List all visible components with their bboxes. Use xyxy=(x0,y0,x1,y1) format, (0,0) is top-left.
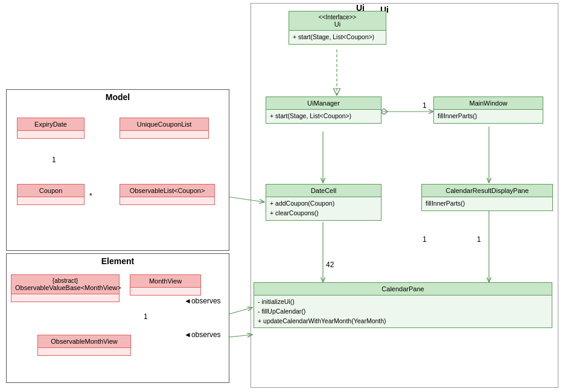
element-package-label: Element xyxy=(7,254,229,268)
class-name: ObservableList<Coupon> xyxy=(124,187,211,194)
abstract-label: {abstract} xyxy=(15,277,115,284)
class-calendarresult: CalendarResultDisplayPane fillInnerParts… xyxy=(421,184,553,211)
label-observes2: ◄observes xyxy=(184,330,221,339)
class-name: ExpiryDate xyxy=(21,121,80,128)
label-1-calendar: 1 xyxy=(477,235,481,244)
class-name: UiManager xyxy=(270,100,377,107)
class-name: ObservableValueBase<MonthView> xyxy=(15,284,115,291)
method-start: + start(Stage, List<Coupon>) xyxy=(293,33,382,42)
method-update: + updateCalendarWithYearMonth(YearMonth) xyxy=(258,317,548,326)
label-observes1: ◄observes xyxy=(184,297,221,305)
method-clearcoupons: + clearCoupons() xyxy=(270,209,377,218)
label-star: * xyxy=(89,192,92,200)
method-fillinner: fillInnerParts() xyxy=(426,199,549,209)
method-fillinner: fillInnerParts() xyxy=(438,112,539,121)
label-1-mainwindow: 1 xyxy=(423,101,427,110)
class-mainwindow: MainWindow fillInnerParts() xyxy=(433,96,543,124)
class-name: Ui xyxy=(293,21,382,28)
label-1-monthview: 1 xyxy=(144,312,148,321)
diagram-container: Ui Ui Model Element <<Interface>> Ui + s… xyxy=(0,0,565,392)
class-monthview: MonthView xyxy=(130,274,201,296)
class-name: DateCell xyxy=(270,187,377,194)
class-uimanager: UiManager + start(Stage, List<Coupon>) xyxy=(266,96,381,124)
class-uniquecouponlist: UniqueCouponList xyxy=(120,118,209,139)
method-init: - initializeUi() xyxy=(258,297,548,307)
label-42: 42 xyxy=(326,261,334,269)
class-calendarpane: CalendarPane - initializeUi() - fillUpCa… xyxy=(254,282,552,328)
class-name: CalendarPane xyxy=(258,285,548,292)
element-package: Element xyxy=(6,253,229,383)
class-name: ObservableMonthView xyxy=(42,338,127,345)
class-observablelist: ObservableList<Coupon> xyxy=(120,184,215,205)
class-name: MainWindow xyxy=(438,100,539,107)
class-name: MonthView xyxy=(134,277,197,285)
class-name: CalendarResultDisplayPane xyxy=(426,187,549,194)
method-start: + start(Stage, List<Coupon>) xyxy=(270,112,377,121)
model-package: Model xyxy=(6,89,229,251)
label-1-calresult: 1 xyxy=(423,235,427,244)
class-expirydate: ExpiryDate xyxy=(17,118,85,139)
class-datecell: DateCell + addCoupon(Coupon) + clearCoup… xyxy=(266,184,381,221)
label-1-expirydate: 1 xyxy=(52,156,56,164)
method-addcoupon: + addCoupon(Coupon) xyxy=(270,199,377,209)
class-observablemonthview: ObservableMonthView xyxy=(37,335,131,356)
class-name: UniqueCouponList xyxy=(124,121,205,128)
class-coupon: Coupon xyxy=(17,184,85,205)
stereotype-label: <<Interface>> xyxy=(293,14,382,21)
model-package-label: Model xyxy=(7,90,229,104)
class-interface-ui: <<Interface>> Ui + start(Stage, List<Cou… xyxy=(289,11,386,45)
class-observablevaluebase: {abstract} ObservableValueBase<MonthView… xyxy=(11,274,120,302)
class-name: Coupon xyxy=(21,187,80,194)
method-fillup: - fillUpCalendar() xyxy=(258,307,548,317)
